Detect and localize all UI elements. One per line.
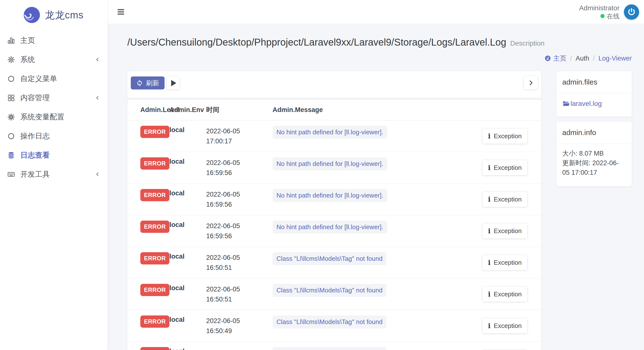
level-badge: ERROR [140,157,170,170]
sidebar-menu: 主页 系统 自定义菜单 内容管理 系统变量配置 操作日志 日志查看 [0,30,108,184]
env-cell: local [170,215,206,247]
table-row: ERROR local 2022-06-05 16:50:49 Class "L… [127,342,541,350]
col-header-message: Admin.Message [272,100,482,120]
sidebar-item[interactable]: 内容管理 [0,88,108,107]
log-message-link[interactable]: Class "Ll\llcms\Models\Tag" not found [272,315,386,328]
sidebar-item[interactable]: 自定义菜单 [0,69,108,88]
table-row: ERROR local 2022-06-05 16:50:51 Class "L… [127,278,541,310]
chevron-left-icon [95,95,100,101]
info-icon: i [488,290,490,298]
info-icon: i [488,227,490,235]
env-cell: local [170,247,206,278]
info-icon: i [488,164,490,172]
log-file-link[interactable]: laravel.log [562,100,602,108]
table-row: ERROR local 2022-06-05 17:00:17 No hint … [127,120,541,152]
chart-bar-icon [6,36,16,45]
env-cell: local [170,342,206,350]
online-dot-icon [600,14,604,18]
dashboard-gauge-icon [544,55,551,62]
files-card: admin.files laravel.log [556,71,632,117]
refresh-button[interactable]: 刷新 [131,77,164,90]
log-message-link[interactable]: Class "Ll\llcms\Models\Tag" not found [272,252,386,265]
circle-icon [6,132,16,140]
sidebar-item[interactable]: 主页 [0,31,108,50]
time-cell: 2022-06-05 16:50:49 [206,310,272,342]
col-header-level: Admin.Level [127,100,170,120]
sidebar: 龙龙cms 主页 系统 自定义菜单 内容管理 系统变量配置 操作日志 [0,0,108,350]
log-message-link[interactable]: Class "Ll\llcms\Models\Tag" not found [272,284,386,297]
file-size-label: 大小: 8.07 MB [562,149,626,158]
power-icon [627,8,636,17]
info-icon: i [488,322,490,330]
sidebar-item[interactable]: 日志查看 [0,146,108,165]
time-cell: 2022-06-05 17:00:17 [206,120,272,152]
col-header-time: 时间 [206,100,272,120]
log-message-link[interactable]: No hint path defined for [ll.log-viewer]… [272,221,387,234]
time-cell: 2022-06-05 16:59:56 [206,215,272,247]
exception-button[interactable]: i Exception [482,318,527,333]
env-cell: local [170,184,206,215]
level-badge: ERROR [140,189,170,201]
breadcrumb-home-link[interactable]: 主页 [544,54,566,63]
chevron-left-icon [95,172,100,177]
exception-button[interactable]: i Exception [482,129,527,144]
sidebar-item[interactable]: 系统变量配置 [0,107,108,127]
breadcrumb-current-link[interactable]: Log-Viewer [598,55,632,62]
time-cell: 2022-06-05 16:50:51 [206,247,272,278]
log-toolbar: 刷新 [127,71,541,98]
refresh-sync-icon [136,80,143,87]
play-tail-button[interactable] [167,77,180,90]
play-icon [171,80,176,86]
sidebar-item[interactable]: 系统 [0,50,108,69]
log-table-card: 刷新 Admin.Level Admin.Env [127,71,541,350]
database-icon [6,151,16,159]
logout-avatar-button[interactable] [624,5,639,20]
log-message-link[interactable]: No hint path defined for [ll.log-viewer]… [272,189,387,202]
chevron-right-icon [528,80,534,86]
table-row: ERROR local 2022-06-05 16:59:56 No hint … [127,215,541,247]
info-icon: i [488,196,490,203]
exception-button[interactable]: i Exception [482,255,527,270]
page-head: /Users/Chensuilong/Desktop/Phpproject/La… [108,24,644,63]
info-card: admin.info 大小: 8.07 MB 更新时间: 2022-06-05 … [556,122,632,186]
breadcrumb: 主页 / Auth / Log-Viewer [127,54,632,63]
files-card-title: admin.files [556,71,632,93]
exception-button[interactable]: i Exception [482,160,527,175]
level-badge: ERROR [140,315,170,328]
breadcrumb-section: Auth [576,55,590,62]
log-table-body: ERROR local 2022-06-05 17:00:17 No hint … [127,120,541,350]
table-row: ERROR local 2022-06-05 16:59:56 No hint … [127,152,541,184]
env-cell: local [170,278,206,310]
time-cell: 2022-06-05 16:59:56 [206,184,272,215]
file-updated-label: 更新时间: 2022-06-05 17:00:17 [562,158,626,177]
log-message-link[interactable]: No hint path defined for [ll.log-viewer]… [272,157,387,170]
next-page-button[interactable] [524,76,538,90]
log-table: Admin.Level Admin.Env 时间 Admin.Message E… [127,100,541,350]
user-block: Administrator 在线 [579,4,620,20]
exception-button[interactable]: i Exception [482,287,527,302]
env-cell: local [170,310,206,342]
exception-button[interactable]: i Exception [482,223,527,238]
circle-icon [6,75,16,83]
hamburger-menu-icon[interactable] [118,9,124,15]
info-card-title: admin.info [556,122,632,144]
exception-button[interactable]: i Exception [482,192,527,207]
log-message-link[interactable]: Class "Ll\llcms\Models\Tag" not found [272,347,386,350]
gear-outline-icon [6,55,16,64]
level-badge: ERROR [140,347,170,350]
level-badge: ERROR [140,126,170,138]
brand[interactable]: 龙龙cms [0,0,108,30]
env-cell: local [170,152,206,184]
right-panel: admin.files laravel.log admin.info 大小: 8… [556,71,632,186]
log-message-link[interactable]: No hint path defined for [ll.log-viewer]… [272,126,387,139]
user-status: 在线 [579,12,620,20]
brand-name: 龙龙cms [45,8,84,22]
grid-icon [6,94,16,102]
folder-open-icon [562,100,570,107]
sidebar-item[interactable]: 开发工具 [0,165,108,184]
sidebar-item[interactable]: 操作日志 [0,127,108,146]
breadcrumb-separator: / [570,55,572,62]
online-status-label: 在线 [607,12,620,20]
time-cell: 2022-06-05 16:50:51 [206,278,272,310]
top-navbar: Administrator 在线 [108,0,644,24]
